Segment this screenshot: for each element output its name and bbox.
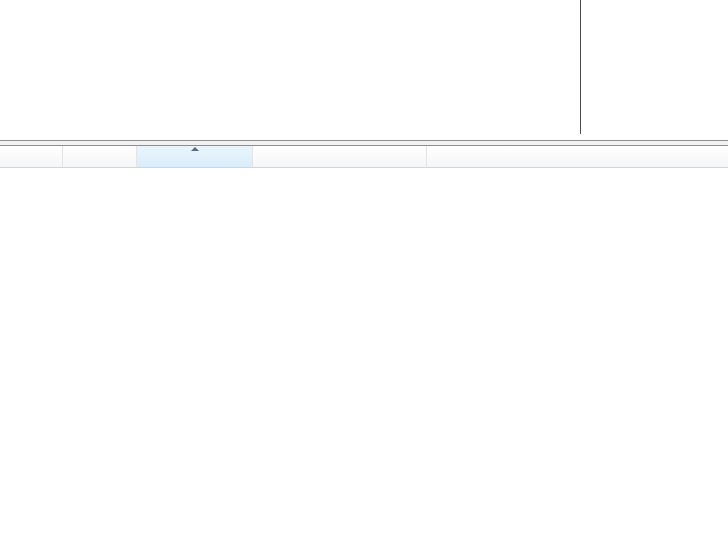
column-header-filler bbox=[427, 146, 728, 167]
column-header-handle[interactable] bbox=[63, 146, 137, 167]
sort-ascending-icon bbox=[191, 147, 199, 151]
column-drag-line bbox=[580, 0, 581, 134]
column-header-name[interactable] bbox=[253, 146, 427, 167]
column-header-object-address[interactable] bbox=[137, 146, 253, 167]
handle-table-header bbox=[0, 146, 728, 168]
process-list-pane bbox=[0, 0, 728, 112]
process-explorer-window bbox=[0, 0, 728, 533]
column-header-type[interactable] bbox=[0, 146, 63, 167]
